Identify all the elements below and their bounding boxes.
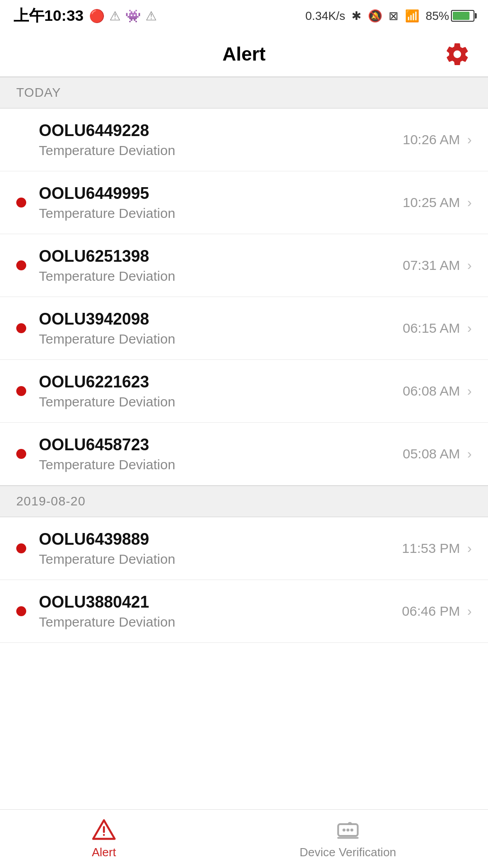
alert-content-2: OOLU6449995 Temperature Deviation — [39, 184, 403, 221]
svg-point-5 — [347, 829, 350, 832]
alert-item-2[interactable]: OOLU6449995 Temperature Deviation 10:25 … — [0, 171, 488, 234]
settings-button[interactable] — [443, 40, 472, 69]
tab-device-verification[interactable]: Device Verification — [282, 814, 414, 864]
alert-item-1[interactable]: OOLU6449228 Temperature Deviation 10:26 … — [0, 108, 488, 171]
alert-time-4: 06:15 AM — [403, 321, 460, 336]
alert-type-4: Temperature Deviation — [39, 331, 403, 347]
chevron-right-icon-6: › — [467, 446, 472, 462]
alert-content-7: OOLU6439889 Temperature Deviation — [39, 530, 402, 567]
page-title: Alert — [222, 43, 266, 65]
alert-item-3[interactable]: OOLU6251398 Temperature Deviation 07:31 … — [0, 234, 488, 297]
chevron-right-icon-4: › — [467, 321, 472, 336]
status-time: 上午10:33 — [14, 5, 84, 26]
alert-tab-icon — [92, 818, 116, 842]
alert-time-2: 10:25 AM — [403, 195, 460, 210]
gear-icon — [444, 41, 470, 67]
alert-id-3: OOLU6251398 — [39, 247, 403, 266]
alert-time-1: 10:26 AM — [403, 132, 460, 147]
alert-list: TODAY OOLU6449228 Temperature Deviation … — [0, 77, 488, 643]
alert-right-7: 11:53 PM › — [402, 541, 472, 556]
alert-type-3: Temperature Deviation — [39, 269, 403, 284]
alert-type-5: Temperature Deviation — [39, 394, 403, 410]
alert-content-4: OOLU3942098 Temperature Deviation — [39, 310, 403, 347]
chevron-right-icon-1: › — [467, 132, 472, 147]
network-speed: 0.34K/s — [305, 9, 345, 23]
status-icons: 🔴 ⚠ 👾 ⚠ — [89, 9, 157, 24]
alert-item-7[interactable]: OOLU6439889 Temperature Deviation 11:53 … — [0, 517, 488, 580]
mute-icon: 🔕 — [368, 9, 382, 23]
alert-id-8: OOLU3880421 — [39, 593, 402, 612]
alert-content-6: OOLU6458723 Temperature Deviation — [39, 435, 403, 472]
alert-item-5[interactable]: OOLU6221623 Temperature Deviation 06:08 … — [0, 360, 488, 423]
status-bar-left: 上午10:33 🔴 ⚠ 👾 ⚠ — [14, 5, 157, 26]
warning-icon-2: ⚠ — [145, 9, 157, 24]
battery-icon — [451, 10, 474, 22]
tab-alert-label: Alert — [92, 845, 116, 859]
battery-fill — [453, 12, 469, 20]
unread-dot-7 — [16, 543, 26, 553]
alert-right-2: 10:25 AM › — [403, 195, 472, 210]
section-today: TODAY — [0, 77, 488, 108]
sim-icon: ⊠ — [389, 9, 399, 23]
unread-dot-5 — [16, 386, 26, 396]
chevron-right-icon-8: › — [467, 604, 472, 619]
alert-time-7: 11:53 PM — [402, 541, 460, 556]
chevron-right-icon-7: › — [467, 541, 472, 556]
wifi-icon: 📶 — [405, 9, 419, 23]
alert-right-3: 07:31 AM › — [403, 258, 472, 273]
alert-id-2: OOLU6449995 — [39, 184, 403, 203]
tab-device-label: Device Verification — [300, 845, 396, 859]
alert-right-6: 05:08 AM › — [403, 446, 472, 462]
battery-text: 85% — [426, 9, 449, 23]
svg-point-4 — [343, 829, 346, 832]
alert-content-1: OOLU6449228 Temperature Deviation — [39, 121, 403, 158]
status-bar: 上午10:33 🔴 ⚠ 👾 ⚠ 0.34K/s ✱ 🔕 ⊠ 📶 85% — [0, 0, 488, 32]
alert-content-8: OOLU3880421 Temperature Deviation — [39, 593, 402, 630]
alert-icon — [92, 818, 116, 842]
alert-time-5: 06:08 AM — [403, 383, 460, 399]
alert-time-8: 06:46 PM — [402, 604, 460, 619]
alert-id-4: OOLU3942098 — [39, 310, 403, 329]
app-icon-1: 🔴 — [89, 9, 105, 24]
alert-time-3: 07:31 AM — [403, 258, 460, 273]
unread-dot-2 — [16, 198, 26, 208]
alert-right-4: 06:15 AM › — [403, 321, 472, 336]
alert-id-7: OOLU6439889 — [39, 530, 402, 549]
header: Alert — [0, 32, 488, 77]
status-bar-right: 0.34K/s ✱ 🔕 ⊠ 📶 85% — [305, 9, 474, 23]
chevron-right-icon-2: › — [467, 195, 472, 210]
alert-item-8[interactable]: OOLU3880421 Temperature Deviation 06:46 … — [0, 580, 488, 643]
alert-type-6: Temperature Deviation — [39, 457, 403, 472]
svg-point-6 — [350, 829, 353, 832]
alert-time-6: 05:08 AM — [403, 446, 460, 462]
unread-dot-1 — [16, 135, 26, 145]
battery-indicator: 85% — [426, 9, 474, 23]
alert-item-4[interactable]: OOLU3942098 Temperature Deviation 06:15 … — [0, 297, 488, 360]
tab-alert[interactable]: Alert — [74, 814, 134, 864]
alert-right-5: 06:08 AM › — [403, 383, 472, 399]
unread-dot-6 — [16, 449, 26, 459]
unread-dot-3 — [16, 260, 26, 270]
alert-type-2: Temperature Deviation — [39, 206, 403, 221]
alert-type-8: Temperature Deviation — [39, 614, 402, 630]
alert-id-5: OOLU6221623 — [39, 373, 403, 392]
alert-id-1: OOLU6449228 — [39, 121, 403, 140]
device-icon — [336, 818, 360, 842]
section-date-label: 2019-08-20 — [16, 494, 85, 508]
alert-id-6: OOLU6458723 — [39, 435, 403, 454]
alert-item-6[interactable]: OOLU6458723 Temperature Deviation 05:08 … — [0, 423, 488, 486]
chevron-right-icon-3: › — [467, 258, 472, 273]
tab-bar: Alert Device Verification — [0, 809, 488, 868]
section-date: 2019-08-20 — [0, 486, 488, 517]
alert-right-1: 10:26 AM › — [403, 132, 472, 147]
device-tab-icon — [336, 818, 360, 842]
alert-content-5: OOLU6221623 Temperature Deviation — [39, 373, 403, 410]
svg-point-1 — [103, 834, 105, 836]
unread-dot-4 — [16, 323, 26, 333]
monster-icon: 👾 — [125, 9, 141, 24]
section-today-label: TODAY — [16, 85, 61, 99]
chevron-right-icon-5: › — [467, 383, 472, 399]
alert-type-1: Temperature Deviation — [39, 143, 403, 158]
alert-type-7: Temperature Deviation — [39, 552, 402, 567]
warning-icon-1: ⚠ — [109, 9, 121, 24]
